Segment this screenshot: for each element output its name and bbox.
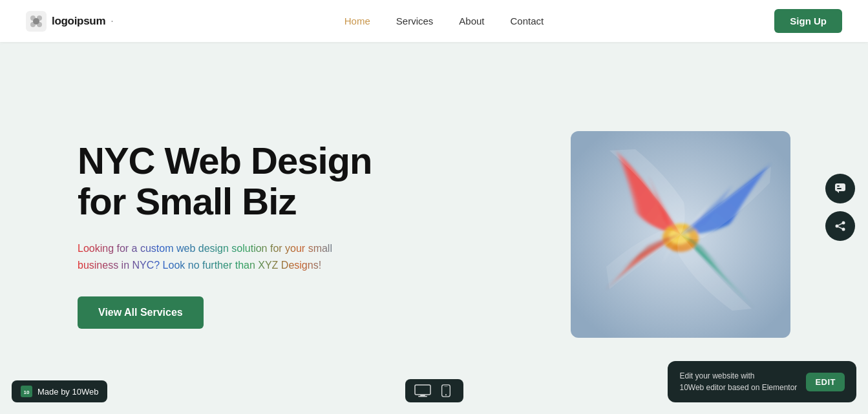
- nav-services[interactable]: Services: [396, 16, 434, 27]
- logo[interactable]: logoipsum·: [26, 11, 114, 32]
- svg-point-15: [842, 227, 845, 231]
- made-by-badge[interactable]: 10 Made by 10Web: [12, 380, 107, 402]
- hero-content: NYC Web Design for Small Biz Looking for…: [78, 140, 414, 329]
- svg-rect-21: [420, 395, 425, 396]
- nav-contact-link[interactable]: Contact: [511, 16, 544, 26]
- mobile-icon[interactable]: [438, 384, 454, 397]
- svg-rect-25: [444, 386, 447, 387]
- logo-text: logoipsum: [52, 15, 105, 28]
- device-switcher: [405, 379, 463, 402]
- svg-text:10: 10: [24, 389, 30, 395]
- svg-rect-22: [418, 396, 427, 397]
- nav-home[interactable]: Home: [344, 16, 370, 27]
- svg-line-17: [838, 227, 842, 229]
- hero-image: [571, 131, 790, 338]
- hero-illustration: [571, 131, 790, 338]
- chat-icon: [834, 182, 847, 195]
- svg-rect-12: [837, 188, 842, 189]
- svg-line-16: [838, 223, 842, 225]
- svg-rect-11: [837, 185, 840, 187]
- nav-services-link[interactable]: Services: [396, 16, 434, 26]
- floating-chat-button[interactable]: [825, 174, 855, 203]
- edit-button[interactable]: EDIT: [806, 373, 845, 391]
- nav-contact[interactable]: Contact: [511, 16, 544, 27]
- floating-buttons: [825, 174, 855, 241]
- svg-marker-10: [837, 191, 839, 193]
- made-by-text: Made by 10Web: [37, 387, 98, 397]
- navbar: logoipsum· Home Services About Contact S…: [0, 0, 868, 42]
- svg-point-13: [842, 221, 845, 224]
- logo-icon: [26, 11, 47, 32]
- svg-point-14: [836, 224, 839, 227]
- hero-subtitle: Looking for a custom web design solution…: [78, 240, 355, 273]
- view-services-button[interactable]: View All Services: [78, 296, 204, 329]
- floating-share-button[interactable]: [825, 211, 855, 241]
- nav-home-link[interactable]: Home: [344, 16, 370, 26]
- edit-banner: Edit your website with10Web editor based…: [668, 361, 856, 402]
- desktop-icon[interactable]: [414, 384, 431, 397]
- svg-rect-20: [415, 385, 430, 395]
- signup-button[interactable]: Sign Up: [774, 9, 842, 33]
- svg-point-5: [33, 18, 39, 25]
- edit-text: Edit your website with10Web editor based…: [679, 370, 797, 393]
- nav-about[interactable]: About: [459, 16, 484, 27]
- svg-point-24: [445, 394, 446, 395]
- svg-rect-9: [835, 183, 845, 191]
- nav-links: Home Services About Contact: [344, 16, 544, 27]
- share-icon: [834, 220, 847, 233]
- hero-title: NYC Web Design for Small Biz: [78, 140, 414, 223]
- nav-about-link[interactable]: About: [459, 16, 484, 26]
- 10web-icon: 10: [21, 386, 32, 397]
- hero-section: NYC Web Design for Small Biz Looking for…: [0, 42, 868, 414]
- logo-dot: ·: [111, 16, 113, 27]
